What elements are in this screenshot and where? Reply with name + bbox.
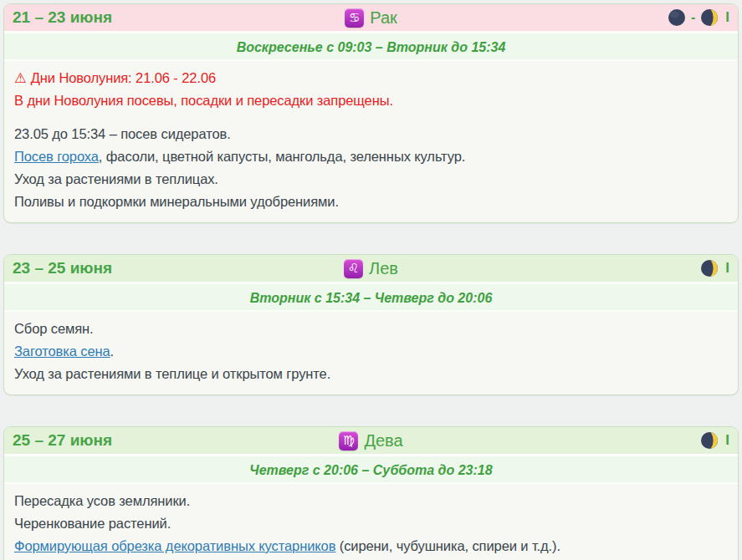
date-range: 25 – 27 июня xyxy=(13,431,339,450)
new-moon-icon xyxy=(668,8,686,27)
advice-link[interactable]: Формирующая обрезка декоративных кустарн… xyxy=(14,538,335,553)
calendar-card: 25 – 27 июня ♍ Дева I Четверг с 20:06 – … xyxy=(3,426,739,560)
active-period: Воскресенье с 09:03 – Вторник до 15:34 xyxy=(4,33,738,61)
card-body: Пересадка усов земляники.Черенкование ра… xyxy=(4,484,738,560)
advice-line: Черенкование растений. xyxy=(14,512,728,535)
zodiac-icon: ♋ xyxy=(345,8,364,28)
card-body: ⚠Дни Новолуния: 21.06 - 22.06 В дни Ново… xyxy=(4,61,738,222)
card-body: Сбор семян.Заготовка сена.Уход за растен… xyxy=(4,312,738,395)
date-range: 23 – 25 июня xyxy=(13,259,344,277)
advice-text: , фасоли, цветной капусты, мангольда, зе… xyxy=(99,149,465,164)
advice-text: 23.05 до 15:34 – посев сидератов. xyxy=(14,126,231,141)
advice-line: Сбор семян. xyxy=(14,318,728,340)
zodiac-symbol: ♍ xyxy=(343,435,354,447)
advice-line: Пересадка усов земляники. xyxy=(14,490,728,512)
zodiac-sign: ♍ Дева xyxy=(339,431,402,451)
spacer xyxy=(14,112,728,123)
advice-text: Пересадка усов земляники. xyxy=(14,493,190,508)
active-period: Вторник с 15:34 – Четверг до 20:06 xyxy=(4,284,738,312)
advice-text: . xyxy=(110,344,114,359)
advice-line: Уход за растениями в теплице и открытом … xyxy=(14,363,728,385)
moon-phase-group: I xyxy=(403,431,729,450)
advice-text: Черенкование растений. xyxy=(14,516,171,531)
card-header: 25 – 27 июня ♍ Дева I xyxy=(4,427,738,456)
zodiac-name: Лев xyxy=(369,259,398,278)
moon-phase-label: I xyxy=(725,432,729,449)
lunar-calendar-cards: 21 – 23 июня ♋ Рак -I Воскресенье с 09:0… xyxy=(0,0,742,560)
zodiac-symbol: ♌ xyxy=(348,262,359,275)
zodiac-symbol: ♋ xyxy=(349,12,360,24)
warning-text: Дни Новолуния: 21.06 - 22.06 xyxy=(31,70,216,85)
card-header: 21 – 23 июня ♋ Рак -I xyxy=(4,4,738,33)
moon-phase-group: -I xyxy=(397,8,729,27)
advice-text: Уход за растениями в теплицах. xyxy=(14,171,218,186)
zodiac-icon: ♌ xyxy=(344,259,363,278)
advice-link[interactable]: Заготовка сена xyxy=(14,344,110,359)
advice-text: Поливы и подкормки минеральными удобрени… xyxy=(14,194,339,209)
advice-text: (сирени, чубушника, спиреи и т.д.). xyxy=(335,538,560,553)
advice-text: Сбор семян. xyxy=(14,321,94,336)
waxing-crescent-icon xyxy=(700,259,719,277)
advice-line: Посев гороха, фасоли, цветной капусты, м… xyxy=(14,145,728,168)
moon-phase-group: I xyxy=(398,259,729,277)
zodiac-icon: ♍ xyxy=(339,431,358,451)
active-period: Четверг с 20:06 – Суббота до 23:18 xyxy=(4,456,738,484)
advice-line: Заготовка сена. xyxy=(14,340,728,363)
waxing-crescent-icon xyxy=(700,431,719,450)
zodiac-name: Рак xyxy=(370,8,397,28)
advice-line: Поливы и подкормки минеральными удобрени… xyxy=(14,191,728,213)
calendar-card: 21 – 23 июня ♋ Рак -I Воскресенье с 09:0… xyxy=(3,3,739,223)
new-moon-warning: ⚠Дни Новолуния: 21.06 - 22.06 В дни Ново… xyxy=(14,67,728,123)
card-header: 23 – 25 июня ♌ Лев I xyxy=(4,255,738,284)
waxing-crescent-icon xyxy=(700,8,719,27)
advice-line: Формирующая обрезка декоративных кустарн… xyxy=(14,535,728,557)
advice-line: 23.05 до 15:34 – посев сидератов. xyxy=(14,123,728,145)
date-range: 21 – 23 июня xyxy=(13,8,345,27)
warning-line-2: В дни Новолуния посевы, посадки и переса… xyxy=(14,89,728,112)
zodiac-sign: ♋ Рак xyxy=(345,8,397,28)
zodiac-sign: ♌ Лев xyxy=(344,259,398,278)
calendar-card: 23 – 25 июня ♌ Лев I Вторник с 15:34 – Ч… xyxy=(3,254,739,395)
moon-phase-label: I xyxy=(725,9,729,26)
moon-phase-label: I xyxy=(725,260,729,277)
advice-text: Уход за растениями в теплице и открытом … xyxy=(14,366,330,381)
advice-link[interactable]: Посев гороха xyxy=(14,149,99,164)
zodiac-name: Дева xyxy=(364,431,402,451)
moon-separator: - xyxy=(691,10,695,25)
warning-icon: ⚠ xyxy=(14,70,27,85)
warning-line-1: ⚠Дни Новолуния: 21.06 - 22.06 xyxy=(14,67,728,89)
advice-line: Уход за растениями в теплицах. xyxy=(14,168,728,191)
